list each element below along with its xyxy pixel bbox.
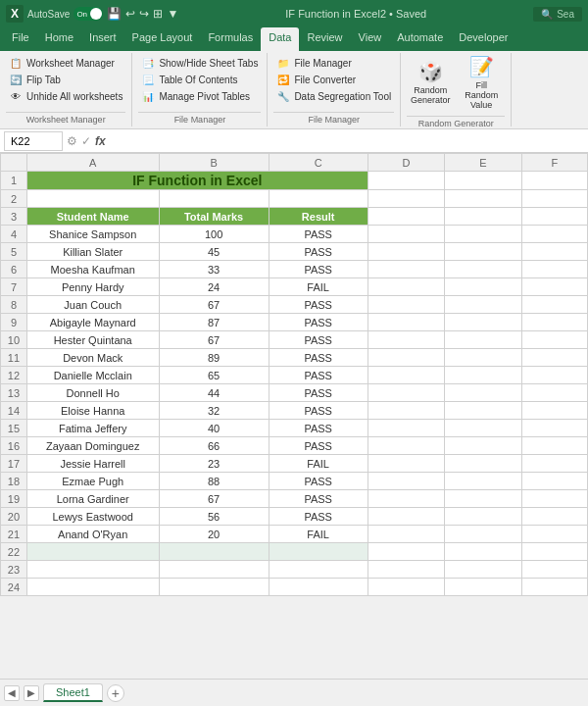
sheet-tab-sheet1[interactable]: Sheet1 [43,683,103,702]
cell-24e[interactable] [445,579,522,596]
row2-c[interactable] [269,190,368,208]
cell-20f[interactable] [521,508,587,526]
cell-13a[interactable]: Donnell Ho [26,384,159,402]
cell-10a[interactable]: Hester Quintana [26,331,159,349]
cell-11d[interactable] [368,349,445,367]
cell-13f[interactable] [521,384,587,402]
cell-9e[interactable] [445,314,522,331]
cell-14f[interactable] [521,402,587,420]
cell-19a[interactable]: Lorna Gardiner [26,490,159,508]
cell-17d[interactable] [368,455,445,473]
cell-8f[interactable] [521,296,587,314]
cell-6c[interactable]: PASS [269,261,368,278]
undo-icon[interactable]: ↩ [125,7,135,21]
title-cell[interactable]: IF Function in Excel [26,172,368,190]
cell-11a[interactable]: Devon Mack [26,349,159,367]
tab-automate[interactable]: Automate [389,27,451,51]
cell-15c[interactable]: PASS [269,420,368,437]
cell-20c[interactable]: PASS [269,508,368,526]
save-icon[interactable]: 💾 [107,7,122,21]
cell-12e[interactable] [445,367,522,384]
show-hide-sheets-btn[interactable]: 📑 Show/Hide Sheet Tabs [138,55,261,71]
col-header-result[interactable]: Result [269,208,368,226]
flip-tab-btn[interactable]: 🔄 Flip Tab [6,72,125,87]
cell-13e[interactable] [445,384,522,402]
col-header-f[interactable]: F [521,154,587,172]
search-bar[interactable]: 🔍 Sea [533,7,582,22]
cell-19e[interactable] [445,490,522,508]
file-manager-btn[interactable]: 📁 File Manager [273,55,394,71]
col-header-b[interactable]: B [159,154,269,172]
cell-18c[interactable]: PASS [269,473,368,490]
cell-ref-box[interactable]: K22 [4,131,63,151]
cell-21a[interactable]: Anand O'Ryan [26,526,159,543]
tab-file[interactable]: File [4,27,37,51]
cell-4d[interactable] [368,226,445,243]
cell-19d[interactable] [368,490,445,508]
col-header-marks[interactable]: Total Marks [159,208,269,226]
cell-10f[interactable] [521,331,587,349]
cell-22e[interactable] [445,543,522,561]
tab-insert[interactable]: Insert [81,27,124,51]
cell-16f[interactable] [521,437,587,455]
cell-20d[interactable] [368,508,445,526]
cell-24a[interactable] [26,579,159,596]
autosave-toggle[interactable]: On [74,7,103,21]
grid-icon[interactable]: ⊞ [153,7,163,21]
cell-5a[interactable]: Killian Slater [26,243,159,261]
cell-7a[interactable]: Penny Hardy [26,278,159,296]
cell-18a[interactable]: Ezmae Pugh [26,473,159,490]
cell-10d[interactable] [368,331,445,349]
tab-view[interactable]: View [351,27,390,51]
cell-6a[interactable]: Moesha Kaufman [26,261,159,278]
cell-20b[interactable]: 56 [159,508,269,526]
col-header-c[interactable]: C [269,154,368,172]
cell-9a[interactable]: Abigayle Maynard [26,314,159,331]
cell-22d[interactable] [368,543,445,561]
col-header-d[interactable]: D [368,154,445,172]
cell-15f[interactable] [521,420,587,437]
worksheet-manager-btn[interactable]: 📋 Worksheet Manager [6,55,125,71]
tab-review[interactable]: Review [299,27,350,51]
cell-22c[interactable] [269,543,368,561]
row2-b[interactable] [159,190,269,208]
cell-7d[interactable] [368,278,445,296]
cell-14e[interactable] [445,402,522,420]
cell-21f[interactable] [521,526,587,543]
cell-22b[interactable] [159,543,269,561]
random-generator-btn[interactable]: 🎲 RandomGenerator [407,51,454,114]
cell-24c[interactable] [269,579,368,596]
cell-24d[interactable] [368,579,445,596]
cell-16b[interactable]: 66 [159,437,269,455]
redo-icon[interactable]: ↪ [139,7,149,21]
cell-7b[interactable]: 24 [159,278,269,296]
cell-21c[interactable]: FAIL [269,526,368,543]
cell-15e[interactable] [445,420,522,437]
tab-formulas[interactable]: Formulas [200,27,261,51]
col-header-a[interactable]: A [26,154,159,172]
unhide-all-btn[interactable]: 👁 Unhide All worksheets [6,88,125,104]
cell-23e[interactable] [445,561,522,579]
cell-10b[interactable]: 67 [159,331,269,349]
cell-24b[interactable] [159,579,269,596]
cell-22a[interactable] [26,543,159,561]
cell-7e[interactable] [445,278,522,296]
cell-19f[interactable] [521,490,587,508]
cell-9f[interactable] [521,314,587,331]
cell-8b[interactable]: 67 [159,296,269,314]
cell-19c[interactable]: PASS [269,490,368,508]
cell-23b[interactable] [159,561,269,579]
cell-10c[interactable]: PASS [269,331,368,349]
cell-4f[interactable] [521,226,587,243]
cell-18d[interactable] [368,473,445,490]
cell-20e[interactable] [445,508,522,526]
cell-18e[interactable] [445,473,522,490]
cell-17b[interactable]: 23 [159,455,269,473]
table-of-contents-btn[interactable]: 📃 Table Of Contents [138,72,261,87]
cell-7f[interactable] [521,278,587,296]
add-sheet-btn[interactable]: + [107,684,124,702]
cell-13d[interactable] [368,384,445,402]
cell-15d[interactable] [368,420,445,437]
cell-13b[interactable]: 44 [159,384,269,402]
cell-16d[interactable] [368,437,445,455]
